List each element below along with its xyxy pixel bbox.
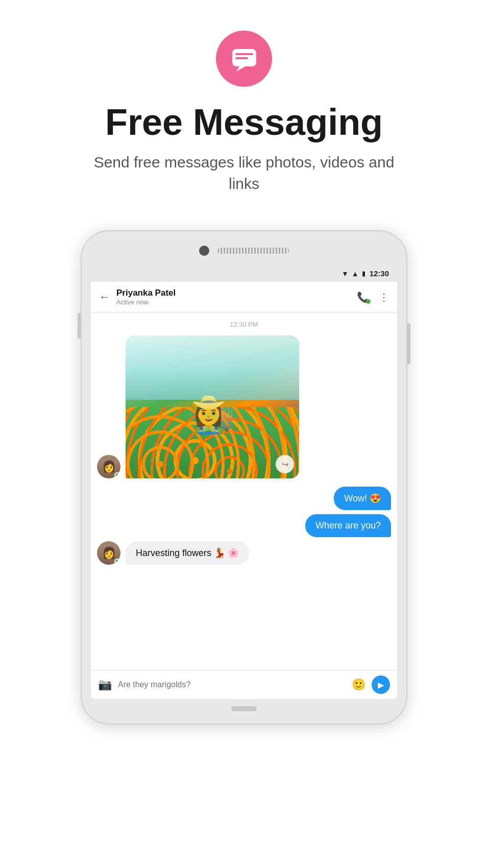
- status-icons: ▼ ▲ ▮: [341, 270, 365, 278]
- signal-icon: ▲: [352, 270, 359, 278]
- avatar-online-dot-2: [114, 559, 120, 565]
- person-in-image: 👩‍🌾: [190, 394, 235, 436]
- camera-button[interactable]: 📷: [98, 678, 112, 691]
- chat-image[interactable]: 👩‍🌾 ↪: [126, 335, 299, 478]
- outgoing-message-1: Wow! 😍: [97, 487, 391, 510]
- bubble-harvesting: Harvesting flowers 💃 🌸: [126, 541, 249, 565]
- outgoing-message-2: Where are you?: [97, 514, 391, 537]
- bubble-where: Where are you?: [305, 514, 391, 537]
- chat-body: 12:30 PM 👩 👩‍🌾 ↪: [91, 312, 397, 670]
- front-camera: [199, 246, 209, 256]
- speaker-grille: [217, 248, 289, 254]
- chat-timestamp: 12:30 PM: [97, 321, 391, 328]
- contact-status: Active now: [116, 298, 351, 306]
- send-button[interactable]: ▶: [372, 676, 390, 694]
- back-button[interactable]: ←: [99, 291, 110, 304]
- phone-outer: ▼ ▲ ▮ 12:30 ← Priyanka Patel Active now …: [81, 230, 407, 725]
- home-button[interactable]: [231, 706, 257, 711]
- phone-screen: ▼ ▲ ▮ 12:30 ← Priyanka Patel Active now …: [91, 265, 397, 699]
- more-options-icon[interactable]: ⋮: [379, 291, 389, 303]
- contact-name: Priyanka Patel: [116, 288, 351, 298]
- emoji-button[interactable]: 🙂: [352, 678, 365, 691]
- svg-rect-2: [235, 57, 248, 59]
- greenhouse-bg: [126, 335, 299, 400]
- home-button-row: [91, 699, 397, 714]
- chat-input-bar: 📷 🙂 ▶: [91, 670, 397, 699]
- contact-info: Priyanka Patel Active now: [116, 288, 351, 306]
- hero-title: Free Messaging: [105, 102, 383, 142]
- image-message-bubble: 👩‍🌾 ↪: [126, 335, 299, 478]
- avatar-contact: 👩: [97, 455, 120, 478]
- status-bar: ▼ ▲ ▮ 12:30: [91, 265, 397, 282]
- message-input[interactable]: [118, 680, 346, 689]
- svg-marker-3: [236, 66, 246, 71]
- harvesting-text: Harvesting flowers 💃 🌸: [136, 548, 239, 558]
- chat-header: ← Priyanka Patel Active now 📞 ⋮: [91, 282, 397, 312]
- wifi-icon: ▼: [341, 270, 349, 278]
- battery-icon: ▮: [362, 270, 365, 277]
- phone-mockup: ▼ ▲ ▮ 12:30 ← Priyanka Patel Active now …: [81, 230, 407, 725]
- header-actions: 📞 ⋮: [357, 291, 389, 303]
- hero-section: Free Messaging Send free messages like p…: [0, 0, 488, 215]
- share-image-button[interactable]: ↪: [276, 455, 294, 473]
- incoming-message-1: 👩 Harvesting flowers 💃 🌸: [97, 541, 391, 565]
- avatar-online-dot: [114, 472, 120, 478]
- avatar-contact-2: 👩: [97, 541, 120, 565]
- phone-top-bar: [91, 240, 397, 265]
- phone-call-button[interactable]: 📞: [357, 291, 370, 303]
- image-message-row: 👩 👩‍🌾 ↪: [97, 335, 391, 478]
- bubble-wow: Wow! 😍: [334, 487, 391, 510]
- hero-subtitle: Send free messages like photos, videos a…: [91, 152, 397, 195]
- online-dot: [366, 299, 371, 304]
- send-icon: ▶: [378, 680, 384, 690]
- status-time: 12:30: [370, 269, 389, 278]
- svg-rect-1: [235, 53, 253, 55]
- app-icon: [216, 31, 272, 87]
